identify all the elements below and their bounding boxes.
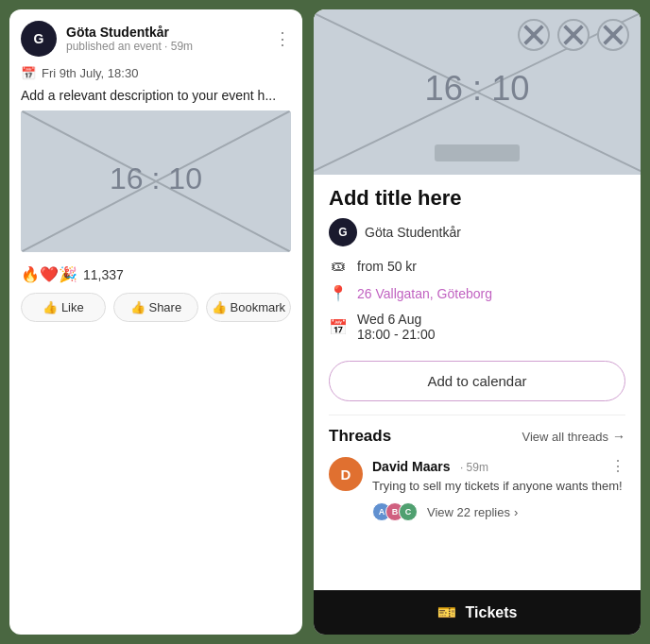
thread-time: · 59m bbox=[460, 461, 488, 474]
thread-content: David Maars · 59m ⋮ Trying to sell my ti… bbox=[372, 457, 625, 521]
view-all-threads-link[interactable]: View all threads → bbox=[522, 429, 625, 444]
thread-author-avatar: D bbox=[329, 457, 363, 491]
svg-text:16 : 10: 16 : 10 bbox=[110, 161, 202, 195]
event-title: Add title here bbox=[329, 186, 625, 211]
right-content: Add title here G Göta Studentkår 🎟 from … bbox=[314, 175, 641, 590]
thread-author-name: David Maars bbox=[372, 459, 450, 474]
org-name: Göta Studentkår bbox=[66, 25, 193, 40]
circle-x-icon-1[interactable] bbox=[518, 19, 550, 51]
reactions-emojis: 🔥❤️🎉 bbox=[21, 265, 77, 283]
top-icons-row bbox=[518, 19, 629, 51]
calendar-icon: 📅 bbox=[21, 66, 36, 80]
reactions-row: 🔥❤️🎉 11,337 bbox=[9, 262, 302, 293]
post-header: G Göta Studentkår published an event · 5… bbox=[9, 9, 302, 64]
share-button[interactable]: 👍 Share bbox=[113, 293, 198, 322]
tickets-bar[interactable]: 🎫 Tickets bbox=[314, 590, 641, 635]
view-replies-button[interactable]: View 22 replies bbox=[427, 505, 510, 519]
price-row: 🎟 from 50 kr bbox=[329, 258, 625, 275]
event-description: Add a relevant description to your event… bbox=[9, 86, 302, 110]
arrow-right-icon: → bbox=[612, 429, 625, 444]
more-options-icon[interactable]: ⋮ bbox=[274, 28, 291, 49]
organizer-row: G Göta Studentkår bbox=[329, 218, 625, 246]
thread-text: Trying to sell my tickets if anyone want… bbox=[372, 478, 625, 495]
replies-row: A B C View 22 replies › bbox=[372, 502, 625, 521]
post-meta: Göta Studentkår published an event · 59m bbox=[66, 25, 193, 53]
left-panel: G Göta Studentkår published an event · 5… bbox=[9, 9, 302, 635]
right-panel: 16 : 10 bbox=[314, 9, 641, 635]
reply-avatars: A B C bbox=[372, 502, 412, 521]
organizer-name: Göta Studentkår bbox=[365, 225, 461, 240]
action-buttons: 👍 Like 👍 Share 👍 Bookmark bbox=[9, 293, 302, 335]
reply-arrow-icon: › bbox=[514, 505, 518, 519]
svg-text:16 : 10: 16 : 10 bbox=[424, 69, 529, 108]
threads-header: Threads View all threads → bbox=[329, 427, 625, 446]
location-icon: 📍 bbox=[329, 284, 348, 302]
organizer-avatar: G bbox=[329, 218, 357, 246]
like-button[interactable]: 👍 Like bbox=[21, 293, 106, 322]
thread-item: D David Maars · 59m ⋮ Trying to sell my … bbox=[329, 457, 625, 521]
circle-x-icon-2[interactable] bbox=[557, 19, 590, 51]
location-row: 📍 26 Vallgatan, Göteborg bbox=[329, 284, 625, 302]
reply-avatar-3: C bbox=[399, 502, 418, 521]
date-time-row: 📅 Wed 6 Aug 18:00 - 21:00 bbox=[329, 312, 625, 342]
thread-more-icon[interactable]: ⋮ bbox=[610, 457, 625, 475]
tickets-icon: 🎫 bbox=[437, 603, 456, 621]
add-to-calendar-button[interactable]: Add to calendar bbox=[329, 361, 625, 401]
threads-title: Threads bbox=[329, 427, 391, 446]
date-time-label: Wed 6 Aug 18:00 - 21:00 bbox=[357, 312, 436, 342]
price-label: from 50 kr bbox=[357, 259, 417, 274]
reactions-count: 11,337 bbox=[83, 267, 124, 282]
date-icon: 📅 bbox=[329, 318, 348, 336]
location-link[interactable]: 26 Vallgatan, Göteborg bbox=[357, 286, 492, 301]
post-header-left: G Göta Studentkår published an event · 5… bbox=[21, 21, 193, 57]
circle-x-icon-3[interactable] bbox=[597, 19, 629, 51]
threads-section: Threads View all threads → D David Maars… bbox=[329, 415, 625, 521]
date-row: 📅 Fri 9th July, 18:30 bbox=[9, 64, 302, 86]
post-sub: published an event · 59m bbox=[66, 40, 193, 53]
bookmark-button[interactable]: 👍 Bookmark bbox=[206, 293, 291, 322]
event-image-right: 16 : 10 bbox=[314, 9, 641, 175]
event-image-left: 16 : 10 bbox=[21, 110, 291, 252]
ticket-info-icon: 🎟 bbox=[329, 258, 348, 275]
thread-author-row: David Maars · 59m ⋮ bbox=[372, 457, 625, 475]
date-label: Fri 9th July, 18:30 bbox=[42, 66, 138, 80]
image-placeholder-bar bbox=[435, 144, 520, 161]
tickets-label: Tickets bbox=[466, 604, 518, 621]
avatar: G bbox=[21, 21, 57, 57]
